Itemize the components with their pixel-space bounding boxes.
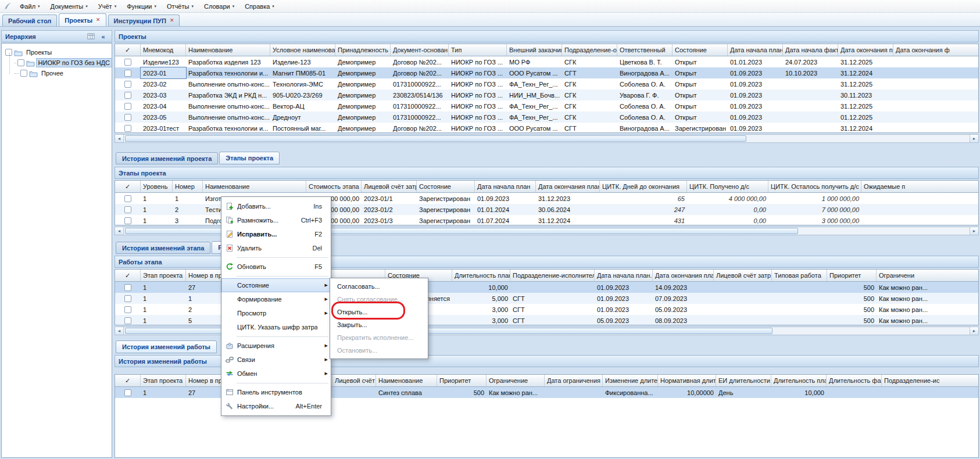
tab-stage-history[interactable]: История изменений этапа [116, 242, 210, 254]
column-header[interactable]: Приоритет [437, 375, 487, 386]
column-header[interactable]: Изменение длите [603, 375, 658, 386]
column-header[interactable]: Условное наименова [270, 44, 335, 56]
column-header[interactable]: Номер [173, 181, 203, 192]
column-header[interactable]: Ограничени [877, 270, 979, 281]
menu-item-edit[interactable]: Исправить...F2 [221, 227, 331, 241]
menu-item-toolbar-panel[interactable]: Панель инструментов [221, 385, 331, 399]
scroll-right-icon[interactable]: ► [970, 227, 978, 235]
column-header[interactable]: Подразделение-от [562, 44, 617, 56]
table-row[interactable]: 2023-05Выполнение опытно-конс...Дредноут… [115, 112, 978, 123]
column-header[interactable]: Подразделение-ис [882, 375, 979, 386]
column-header[interactable]: Дата окончания план [653, 270, 714, 281]
column-header[interactable]: Этап проекта [141, 375, 186, 386]
column-header[interactable]: Внешний заказчик [507, 44, 562, 56]
menu-file[interactable]: Файл▾ [15, 1, 45, 12]
row-checkbox[interactable] [124, 317, 131, 324]
column-header[interactable]: Состояние [673, 44, 728, 56]
column-header[interactable]: Приоритет [827, 270, 877, 281]
tab-project-history[interactable]: История изменений проекта [116, 152, 218, 164]
column-header[interactable]: Длительность пла [771, 375, 827, 386]
row-checkbox[interactable] [124, 217, 131, 224]
scroll-left-icon[interactable]: ◄ [115, 327, 124, 335]
hierarchy-view-settings-icon[interactable] [86, 32, 96, 41]
table-row[interactable]: Изделие123Разработка изделия 123Изделие-… [115, 56, 978, 67]
submenu-item-approve[interactable]: Согласовать... [330, 280, 428, 293]
projects-hscrollbar[interactable]: ◄ ► [115, 134, 979, 143]
column-header[interactable]: ЦИТК. Получено д/с [687, 181, 768, 192]
column-header[interactable]: Состояние [417, 181, 475, 192]
row-checkbox[interactable] [124, 284, 131, 291]
scroll-left-icon[interactable]: ◄ [115, 227, 124, 235]
row-checkbox[interactable] [124, 306, 131, 313]
column-header[interactable]: Наименование [203, 181, 306, 192]
menu-item-refresh[interactable]: ОбновитьF5 [221, 260, 331, 274]
table-row[interactable]: 2023-03Разработка ЭКД и РКД н...905-U020… [115, 89, 978, 101]
column-header[interactable]: Ограничение [487, 375, 545, 386]
column-header[interactable]: Стоимость этапа [306, 181, 362, 192]
scroll-right-icon[interactable]: ► [970, 135, 978, 142]
table-row[interactable]: 2023-01тестРазработка технологии и...Пос… [115, 123, 978, 133]
column-header[interactable]: Лицевой счёт затр [332, 375, 376, 386]
row-checkbox[interactable] [124, 125, 131, 132]
menu-item-formation[interactable]: Формирование▶ [221, 292, 331, 306]
row-checkbox[interactable] [124, 195, 131, 202]
row-checkbox[interactable] [124, 81, 131, 88]
row-checkbox[interactable] [124, 59, 131, 66]
row-checkbox[interactable] [124, 92, 131, 99]
column-header[interactable]: Нормативная длит [658, 375, 716, 386]
menu-documents[interactable]: Документы▾ [45, 1, 93, 12]
menu-item-extensions[interactable]: Расширения▶ [221, 339, 331, 353]
row-checkbox[interactable] [124, 103, 131, 110]
column-header[interactable]: Длительность фак [827, 375, 882, 386]
scroll-right-icon[interactable]: ► [970, 327, 978, 335]
submenu-item-close[interactable]: Закрыть... [330, 318, 428, 331]
column-header[interactable]: Подразделение-исполнитель. [510, 270, 595, 281]
tab-pup-instructions[interactable]: Инструкции ПУП✕ [108, 15, 180, 26]
close-tab-icon[interactable]: ✕ [96, 17, 101, 23]
column-header[interactable]: Дата начала план. [595, 270, 653, 281]
column-header[interactable]: Длительность план▼ [452, 270, 510, 281]
column-header[interactable]: Лицевой счёт затрат [362, 181, 417, 192]
column-header[interactable]: Мнемокод [141, 44, 186, 56]
table-row[interactable]: 2023-04Выполнение опытно-конс...Вектор-А… [115, 101, 978, 112]
menu-item-duplicate[interactable]: Размножить...Ctrl+F3 [221, 213, 331, 227]
collapse-sidebar-icon[interactable]: « [98, 32, 108, 41]
tree-node-other[interactable]: Прочее [2, 68, 112, 78]
tree-checkbox[interactable] [17, 59, 24, 66]
column-header[interactable]: Документ-основан [391, 44, 449, 56]
column-header[interactable]: Дата начала факт. [783, 44, 838, 56]
row-checkbox[interactable] [124, 114, 131, 121]
column-header[interactable]: ЕИ длительности [716, 375, 771, 386]
column-header[interactable]: Наименование [376, 375, 437, 386]
check-column-header[interactable]: ✓ [115, 270, 141, 281]
menu-item-settings[interactable]: Настройки...Alt+Enter [221, 399, 331, 413]
scroll-thumb[interactable] [125, 135, 746, 142]
table-row[interactable]: 2023-02Выполнение опытно-конс...Технолог… [115, 78, 978, 89]
column-header[interactable]: ЦИТК. Дней до окончания [600, 181, 687, 192]
column-header[interactable]: ЦИТК. Осталось получить д/с [768, 181, 861, 192]
check-column-header[interactable]: ✓ [115, 44, 141, 56]
tab-desktop[interactable]: Рабочий стол [2, 15, 57, 26]
column-header[interactable]: Уровень [141, 181, 173, 192]
column-header[interactable]: Ответственный [617, 44, 673, 56]
close-tab-icon[interactable]: ✕ [170, 18, 174, 23]
menu-item-citk-cost-code[interactable]: ЦИТК. Указать шифр затрат... [221, 320, 331, 334]
tree-node-projects[interactable]: Проекты [2, 47, 112, 58]
column-header[interactable]: Дата окончания план [536, 181, 600, 192]
menu-accounting[interactable]: Учёт▾ [93, 1, 121, 12]
check-column-header[interactable]: ✓ [115, 375, 141, 386]
menu-functions[interactable]: Функции▾ [121, 1, 162, 12]
row-checkbox[interactable] [124, 206, 131, 213]
column-header[interactable]: Лицевой счёт затр [714, 270, 772, 281]
column-header[interactable]: Дата окончания пл [838, 44, 893, 56]
tree-node-niokr-goz[interactable]: НИОКР по ГОЗ без НДС [2, 58, 112, 68]
column-header[interactable]: Дата начала план. [728, 44, 783, 56]
menu-item-view[interactable]: Просмотр▶ [221, 306, 331, 320]
menu-item-exchange[interactable]: Обмен▶ [221, 367, 331, 381]
table-row[interactable]: 2023-01Разработка технологии и...Магнит … [115, 67, 978, 78]
menu-reports[interactable]: Отчёты▾ [162, 1, 199, 12]
menu-item-add[interactable]: Добавить...Ins [221, 199, 331, 213]
row-checkbox[interactable] [124, 295, 131, 302]
tab-projects[interactable]: Проекты✕ [59, 13, 106, 26]
menu-item-state[interactable]: Состояние▶ [221, 278, 331, 292]
